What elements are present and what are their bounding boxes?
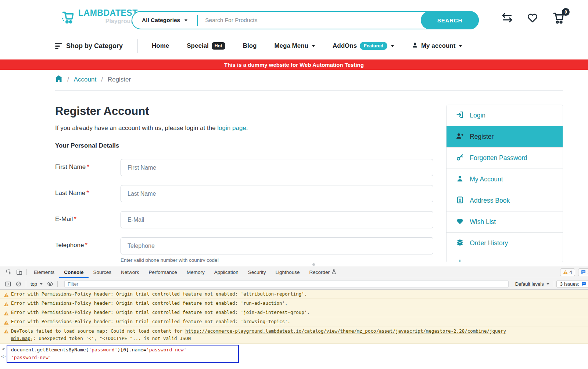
issues-count-badge[interactable]: 3 [578,268,588,276]
logo-brand-text: LAMBDATEST [78,9,138,17]
site-header: LAMBDATEST Playground All Categories SEA… [0,0,588,37]
login-page-link[interactable]: login page [217,124,246,131]
register-form: First Name* Last Name* E-M [55,159,433,262]
console-sourcemap-warning-row[interactable]: DevTools failed to load source map: Coul… [0,326,588,344]
tab-memory[interactable]: Memory [182,266,209,278]
console-warning-text: Error with Permissions-Policy header: Or… [11,300,288,306]
sidebar-item-forgotten-password[interactable]: Forgotten Password [447,148,563,169]
live-expression-eye-icon[interactable] [45,279,55,289]
clear-console-icon[interactable] [13,279,24,289]
tab-security[interactable]: Security [243,266,271,278]
sourcemap-url-link[interactable]: https://ecommerce-playground.lambdatest.… [185,328,506,334]
sidebar-item-register[interactable]: Register [447,126,563,148]
nav-item-my-account[interactable]: My account [412,42,462,50]
tab-recorder[interactable]: Recorder [305,266,341,278]
chevron-down-icon [312,45,315,47]
first-name-field[interactable] [121,159,433,176]
wishlist-icon[interactable] [526,12,539,25]
tab-application[interactable]: Application [209,266,243,278]
sidebar-item-partial[interactable] [447,254,563,262]
devtools-resize-handle[interactable] [0,262,588,266]
nav-item-mega-menu[interactable]: Mega Menu [274,42,315,50]
register-form-section: Register Account If you already have an … [55,105,433,262]
console-warning-text: Error with Permissions-Policy header: Or… [11,291,307,297]
search-button[interactable]: SEARCH [421,11,479,29]
tab-elements[interactable]: Elements [29,266,59,278]
sidebar-item-label: Wish List [470,218,496,226]
cart-icon[interactable]: 0 [551,11,566,26]
heart-icon [456,217,464,227]
console-command-result: 'password-new' [11,354,238,361]
required-asterisk: * [86,189,89,196]
shop-by-category-label: Shop by Category [66,42,123,50]
breadcrumb-separator: / [101,76,103,83]
tab-console[interactable]: Console [59,266,88,278]
sidebar-item-label: Forgotten Password [470,154,527,162]
device-toolbar-icon[interactable] [14,267,24,277]
nav-item-blog[interactable]: Blog [243,42,257,50]
sidebar-item-my-account[interactable]: My Account [447,169,563,190]
key-icon [456,153,464,163]
first-name-label: First Name* [55,159,121,176]
nav-item-special[interactable]: Special Hot [187,42,225,50]
console-sidebar-icon[interactable] [3,279,13,289]
console-prompt-area[interactable]: > <· document.getElementsByName('passwor… [0,345,588,362]
shop-by-category-button[interactable]: Shop by Category [55,42,123,50]
console-command-box[interactable]: document.getElementsByName('password')[0… [7,345,239,363]
featured-badge: Featured [360,42,387,50]
last-name-field[interactable] [121,185,433,202]
main-nav: Shop by Category Home Special Hot Blog M… [0,37,588,55]
address-book-icon [456,196,464,206]
telephone-label: Telephone* [55,237,121,262]
webpage: LAMBDATEST Playground All Categories SEA… [0,0,588,262]
tab-lighthouse[interactable]: Lighthouse [270,266,304,278]
sidebar-item-wish-list[interactable]: Wish List [447,211,563,233]
category-dropdown[interactable]: All Categories [132,17,197,23]
console-warning-row[interactable]: Error with Permissions-Policy header: Or… [0,299,588,308]
chevron-down-icon [40,283,43,285]
telephone-field[interactable] [121,237,433,254]
search-bar: All Categories SEARCH [132,11,479,29]
log-levels-dropdown[interactable]: Default levels [515,281,549,287]
email-label: E-Mail* [55,211,121,228]
sourcemap-url-link[interactable]: min.map [11,336,31,341]
email-field[interactable] [121,211,433,228]
sidebar-item-address-book[interactable]: Address Book [447,190,563,211]
user-icon [412,42,418,50]
console-input-chevron: > [2,346,5,351]
console-warning-row[interactable]: Error with Permissions-Policy header: Or… [0,290,588,299]
search-input[interactable] [198,17,421,23]
console-messages: Error with Permissions-Policy header: Or… [0,290,588,344]
site-logo[interactable]: LAMBDATEST Playground [60,9,138,26]
required-asterisk: * [74,216,76,223]
home-icon[interactable] [55,75,62,84]
console-filter-input[interactable] [65,281,508,287]
required-asterisk: * [87,163,89,170]
account-sidebar: Login Register Forgotten Password [446,105,563,262]
personal-details-heading: Your Personal Details [55,142,433,149]
order-box-icon [456,239,464,248]
sidebar-item-label: My Account [470,176,503,183]
sidebar-item-login[interactable]: Login [447,105,563,126]
console-warning-row[interactable]: Error with Permissions-Policy header: Or… [0,308,588,317]
console-warning-text: Error with Permissions-Policy header: Or… [11,319,290,324]
tab-performance[interactable]: Performance [144,266,182,278]
tab-network[interactable]: Network [116,266,144,278]
inspect-element-icon[interactable] [4,267,14,277]
tab-sources[interactable]: Sources [89,266,116,278]
nav-item-addons[interactable]: AddOns Featured [333,42,394,50]
console-warnings-badge[interactable]: 4 [560,268,575,276]
sidebar-item-label: Login [470,112,485,119]
devtools-tabbar: Elements Console Sources Network Perform… [0,266,588,278]
nav-divider [137,39,138,53]
execution-context-dropdown[interactable]: top [31,281,43,287]
chevron-down-icon [459,45,462,47]
sidebar-item-order-history[interactable]: Order History [447,233,563,254]
nav-item-home[interactable]: Home [152,42,169,50]
user-plus-icon [456,132,464,142]
compare-icon[interactable] [501,12,514,25]
console-warning-row[interactable]: Error with Permissions-Policy header: Or… [0,317,588,326]
breadcrumb-account-link[interactable]: Account [74,76,96,83]
issues-button[interactable]: 3 Issues: 3 [556,280,588,288]
logo-sub-text: Playground [78,18,138,24]
